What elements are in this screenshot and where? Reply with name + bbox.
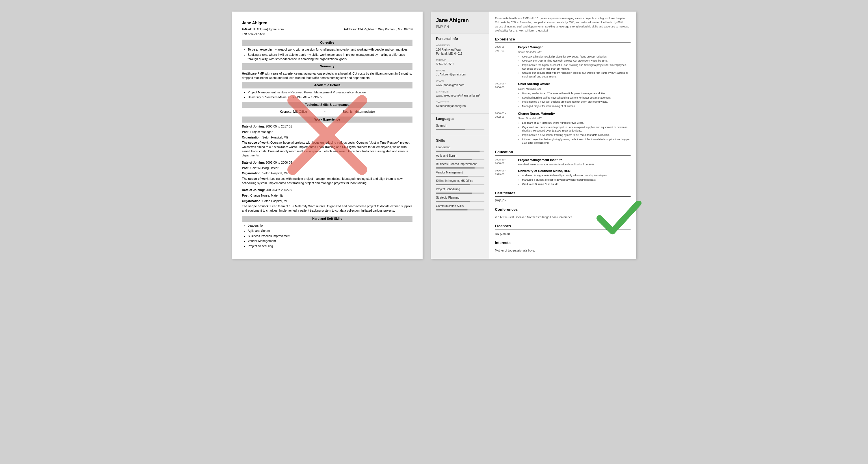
work2-org: Organization: Seton Hospital, ME (242, 171, 413, 175)
work1-org: Organization: Seton Hospital, ME (242, 135, 413, 140)
sidebar: Jane Ahlgren PMP, RN Personal Info Addre… (431, 11, 489, 259)
work3-post: Post: Charge Nurse, Maternity (242, 194, 413, 198)
edu2-date: 1996-09 -1999-05 (495, 169, 515, 186)
skill-2: Spanish (intermediate) (343, 110, 375, 114)
www-label: www (436, 79, 485, 83)
email-label: E-mail (436, 68, 485, 72)
edu2-degree: University of Southern Maine, BSN (518, 169, 630, 173)
summary-header: Summary (242, 63, 413, 69)
skill-keynote: Skilled in Keynote, MS Office (436, 179, 485, 183)
skill-leadership: Leadership (436, 145, 485, 149)
skills-row: Keynote, MS Office • Spanish (intermedia… (242, 110, 413, 114)
work2-post: Post: Chief Nursing Officer (242, 166, 413, 170)
edu1-degree: Project Management Institute (518, 158, 630, 162)
education-title: Education (495, 149, 630, 155)
summary-text: Healthcare PMP with years of experience … (242, 71, 413, 80)
edu2-details: University of Southern Maine, BSN Anders… (518, 169, 630, 186)
skill-vendor: Vendor Management (436, 171, 485, 175)
conf-entry: 2014-10 Guest Speaker, Northeast Shingo … (495, 215, 630, 220)
left-email-label: E-Mail: JUAhlgren@gmail.com (242, 27, 284, 31)
address-value: 134 Rightward WayPortland, ME, 04019 (436, 48, 485, 56)
exp3-details: Charge Nurse, Maternity Seton Hospital, … (518, 112, 630, 145)
main-content: Passionate healthcare PMP with 10+ years… (489, 11, 636, 259)
exp1-bullets: Oversaw all major hospital projects for … (522, 55, 630, 79)
skill-strategic: Strategic Planning (436, 196, 485, 200)
hs-item-5: Project Scheduling (248, 244, 413, 248)
phone-value: 555-212-5551 (436, 62, 485, 66)
exp1-date: 2006-05 -2017-01 (495, 45, 515, 79)
work2-scope: The scope of work: Led nurses with multi… (242, 177, 413, 185)
academic-header: Academic Details (242, 82, 413, 88)
hs-item-3: Business Process Improvement (248, 234, 413, 238)
skill-agile: Agile and Scrum (436, 154, 485, 158)
licenses-title: Licenses (495, 224, 630, 230)
exp1-details: Project Manager Seton Hospital, ME Overs… (518, 45, 630, 79)
skill-proj-sched: Project Scheduling (436, 187, 485, 192)
edu-entry-1: 2008-10 -2008-07 Project Management Inst… (495, 158, 630, 167)
objective-header: Objective (242, 39, 413, 46)
exp3-title: Charge Nurse, Maternity (518, 112, 630, 116)
license-value: RN (73829) (495, 232, 630, 236)
page-container: Jane Ahlgren E-Mail: JUAhlgren@gmail.com… (232, 11, 636, 259)
skill-bpi: Business Process Improvement (436, 162, 485, 166)
edu1-date: 2008-10 -2008-07 (495, 158, 515, 167)
exp2-details: Chief Nursing Officer Seton Hospital, ME… (518, 82, 630, 108)
technical-header: Technical Skills & Languages (242, 102, 413, 108)
www-value: www.janeahlgren.com (436, 83, 485, 87)
work3-scope: The scope of work: Lead team of 15+ Mate… (242, 204, 413, 212)
interest-value: Mother of two passionate boys. (495, 249, 630, 253)
work1-post: Post: Project manager (242, 130, 413, 134)
exp2-org: Seton Hospital, ME (518, 87, 630, 90)
interests-title: Interests (495, 240, 630, 246)
objective-item-1: To be an expert in my area of work, with… (248, 48, 413, 52)
academic-list: Project Management Institute – Received … (248, 90, 413, 99)
resume-good: Jane Ahlgren PMP, RN Personal Info Addre… (431, 11, 636, 259)
work3-org: Organization: Seton Hospital, ME (242, 199, 413, 203)
skill-1: Keynote, MS Office (280, 110, 307, 114)
left-contact: E-Mail: JUAhlgren@gmail.com Address: 134… (242, 27, 413, 31)
exp-entry-1: 2006-05 -2017-01 Project Manager Seton H… (495, 45, 630, 79)
exp1-title: Project Manager (518, 45, 630, 50)
left-name: Jane Ahlgren (242, 20, 413, 26)
personal-info-title: Personal Info (436, 36, 485, 41)
hs-item-2: Agile and Scrum (248, 229, 413, 233)
hs-item-4: Vendor Management (248, 239, 413, 243)
work1-date: Date of Joining: 2006-05 to 2017-01 (242, 124, 413, 129)
hard-soft-header: Hard and Soft Skills (242, 216, 413, 222)
lang-spanish: Spanish (436, 124, 485, 128)
left-address: Address: 134 Rightward Way Portland, ME,… (344, 27, 412, 31)
work-entry-1: Date of Joining: 2006-05 to 2017-01 Post… (242, 124, 413, 157)
sidebar-name-block: Jane Ahlgren PMP, RN (431, 11, 489, 33)
hs-item-1: Leadership (248, 224, 413, 228)
linkedin-label: LinkedIn (436, 90, 485, 93)
exp3-bullets: Led team of 15+ Maternity Ward nurses fo… (522, 121, 630, 145)
languages-section: Languages Spanish (431, 113, 489, 135)
edu2-bullets: Andersen Postgraduate Fellowship to stud… (522, 174, 630, 186)
exp-entry-3: 2000-03 -2002-09 Charge Nurse, Maternity… (495, 112, 630, 145)
exp1-org: Seton Hospital, ME (518, 50, 630, 54)
hard-soft-list: Leadership Agile and Scrum Business Proc… (248, 224, 413, 248)
twitter-label: Twitter (436, 100, 485, 104)
academic-item-1: Project Management Institute – Received … (248, 90, 413, 94)
work1-scope: The scope of work: Oversaw hospital proj… (242, 141, 413, 157)
phone-label: Phone (436, 58, 485, 62)
conferences-title: Conferences (495, 207, 630, 213)
resume-bad: Jane Ahlgren E-Mail: JUAhlgren@gmail.com… (232, 11, 423, 259)
work-entry-2: Date of Joining: 2002-09 to 2006-05 Post… (242, 161, 413, 185)
exp2-title: Chief Nursing Officer (518, 82, 630, 86)
experience-title: Experience (495, 37, 630, 43)
email-value: JUAhlgren@gmail.com (436, 72, 485, 77)
lang-spanish-fill (436, 129, 465, 130)
edu1-details: Project Management Institute Received Pr… (518, 158, 630, 167)
objective-list: To be an expert in my area of work, with… (248, 48, 413, 61)
exp-entry-2: 2002-09 -2006-05 Chief Nursing Officer S… (495, 82, 630, 108)
work-header: Work Experience (242, 117, 413, 123)
right-title: PMP, RN (436, 25, 485, 29)
right-name: Jane Ahlgren (436, 17, 485, 24)
academic-item-2: University of Southern Maine, BSN (1996-… (248, 95, 413, 99)
twitter-value: twitter.com/janeahlgren (436, 104, 485, 108)
right-summary: Passionate healthcare PMP with 10+ years… (495, 16, 630, 33)
skill-comm: Communication Skills (436, 204, 485, 208)
linkedin-value: www.linkedin.com/in/jane-ahlgren/ (436, 94, 485, 98)
objective-item-2: Seeking a role, where I will be able to … (248, 53, 413, 61)
